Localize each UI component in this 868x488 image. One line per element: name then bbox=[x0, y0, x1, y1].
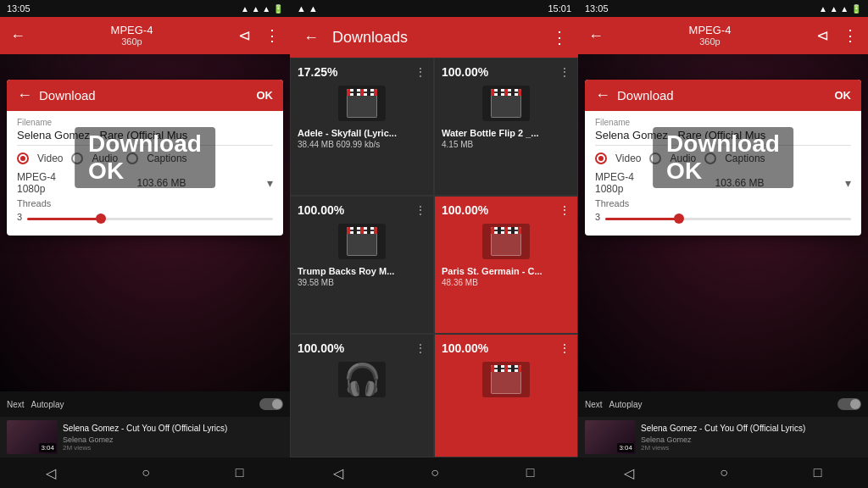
right-dialog-back[interactable]: ← bbox=[595, 86, 610, 104]
left-threads-slider[interactable] bbox=[27, 218, 273, 220]
right-video-item[interactable]: 3:04 Selena Gomez - Cut You Off (Officia… bbox=[578, 417, 868, 458]
left-status-icons: ▲ ▲ ▲ 🔋 bbox=[241, 4, 283, 14]
right-dialog-ok[interactable]: OK bbox=[835, 89, 852, 102]
left-radio-row: Video Audio Captions bbox=[17, 152, 273, 164]
download-card-5[interactable]: 100.00% ⋮ bbox=[434, 334, 578, 458]
center-back-icon[interactable]: ← bbox=[300, 25, 322, 50]
center-nav-bar: ◁ ○ □ bbox=[290, 458, 578, 488]
download-card-3[interactable]: 100.00% ⋮ Paris St. Germain - C... 48 bbox=[434, 196, 578, 334]
dl-title-1: Water Bottle Flip 2 _... bbox=[442, 128, 570, 138]
right-status-bar: 13:05 ▲ ▲ ▲ 🔋 bbox=[578, 0, 868, 17]
left-video-item[interactable]: 3:04 Selena Gomez - Cut You Off (Officia… bbox=[0, 417, 290, 458]
left-threads-label: Threads bbox=[17, 198, 273, 208]
right-phone-panel: 13:05 ▲ ▲ ▲ 🔋 ← MPEG-4 360p ⊲ ⋮ ← Downlo… bbox=[578, 0, 868, 488]
right-toolbar-title: MPEG-4 360p bbox=[614, 24, 806, 48]
headphone-icon: 🎧 bbox=[343, 362, 381, 397]
right-recent-nav[interactable]: □ bbox=[814, 465, 822, 480]
right-video-stats: 2M views bbox=[641, 444, 861, 452]
right-radio-audio[interactable] bbox=[649, 152, 661, 164]
download-card-1[interactable]: 100.00% ⋮ Water Bottle Flip 2 _... 4. bbox=[434, 58, 578, 196]
left-share-icon[interactable]: ⊲ bbox=[235, 23, 254, 48]
dl-thumb-2 bbox=[338, 224, 386, 259]
download-card-0[interactable]: 17.25% ⋮ Adele - Skyfall (Lyric... 38 bbox=[290, 58, 434, 196]
left-video-stats: 2M views bbox=[63, 444, 283, 452]
center-home-nav[interactable]: ○ bbox=[431, 465, 439, 480]
left-radio-captions[interactable] bbox=[126, 152, 138, 164]
left-filename-label: Filename bbox=[17, 118, 273, 127]
left-dialog-header: ← Download OK bbox=[7, 80, 283, 111]
dl-percent-3: 100.00% bbox=[442, 203, 488, 217]
left-dialog-body: Filename Selena Gomez - Rare (Official M… bbox=[7, 111, 283, 229]
dl-percent-4: 100.00% bbox=[298, 341, 344, 355]
dl-size-1: 4.15 MB bbox=[442, 140, 570, 149]
right-radio-video[interactable] bbox=[595, 152, 607, 164]
dl-more-3[interactable]: ⋮ bbox=[559, 203, 570, 217]
dl-more-0[interactable]: ⋮ bbox=[415, 65, 426, 79]
right-back-icon[interactable]: ← bbox=[585, 24, 607, 48]
dl-title-2: Trump Backs Roy M... bbox=[298, 266, 426, 276]
right-toolbar: ← MPEG-4 360p ⊲ ⋮ bbox=[578, 17, 868, 54]
right-status-icons: ▲ ▲ ▲ 🔋 bbox=[819, 4, 861, 14]
center-time: 15:01 bbox=[548, 3, 571, 14]
left-format-chevron[interactable]: ▾ bbox=[267, 176, 273, 190]
dl-size-0: 38.44 MB 609.99 kb/s bbox=[298, 140, 426, 149]
left-back-nav[interactable]: ◁ bbox=[46, 465, 56, 481]
dl-thumb-3 bbox=[482, 224, 530, 259]
left-phone-panel: 13:05 ▲ ▲ ▲ 🔋 ← MPEG-4 360p ⊲ ⋮ ← Downlo… bbox=[0, 0, 290, 488]
left-video-thumb: 3:04 bbox=[7, 420, 58, 454]
left-status-bar: 13:05 ▲ ▲ ▲ 🔋 bbox=[0, 0, 290, 17]
dl-title-0: Adele - Skyfall (Lyric... bbox=[298, 128, 426, 138]
dl-thumb-0 bbox=[338, 86, 386, 121]
right-filename-value: Selena Gomez - Rare (Official Mus bbox=[595, 129, 851, 146]
dl-more-5[interactable]: ⋮ bbox=[559, 341, 570, 355]
right-radio-captions[interactable] bbox=[704, 152, 716, 164]
left-radio-audio[interactable] bbox=[71, 152, 83, 164]
downloads-grid: 17.25% ⋮ Adele - Skyfall (Lyric... 38 bbox=[290, 58, 578, 458]
dl-title-3: Paris St. Germain - C... bbox=[442, 266, 570, 276]
left-more-icon[interactable]: ⋮ bbox=[261, 23, 283, 48]
dl-percent-5: 100.00% bbox=[442, 341, 488, 355]
dl-more-1[interactable]: ⋮ bbox=[559, 65, 570, 79]
right-video-thumb: 3:04 bbox=[585, 420, 636, 454]
right-home-nav[interactable]: ○ bbox=[720, 465, 728, 480]
left-radio-video[interactable] bbox=[17, 152, 29, 164]
right-format-chevron[interactable]: ▾ bbox=[845, 176, 851, 190]
left-autoplay-toggle[interactable] bbox=[259, 398, 283, 410]
left-video-channel: Selena Gomez bbox=[63, 435, 283, 444]
download-card-4[interactable]: 100.00% ⋮ 🎧 bbox=[290, 334, 434, 458]
right-threads-slider[interactable] bbox=[605, 218, 851, 220]
left-toolbar: ← MPEG-4 360p ⊲ ⋮ bbox=[0, 17, 290, 54]
left-dialog-title: Download bbox=[39, 88, 257, 103]
left-home-nav[interactable]: ○ bbox=[142, 465, 150, 480]
right-nav-bar: ◁ ○ □ bbox=[578, 458, 868, 488]
right-format-row: MPEG-4 1080p 103.66 MB ▾ bbox=[595, 171, 851, 195]
download-card-2[interactable]: 100.00% ⋮ Trump Backs Roy M... 39.58 bbox=[290, 196, 434, 334]
right-share-icon[interactable]: ⊲ bbox=[813, 23, 832, 48]
right-back-nav[interactable]: ◁ bbox=[624, 465, 634, 481]
left-recent-nav[interactable]: □ bbox=[236, 465, 244, 480]
dl-size-3: 48.36 MB bbox=[442, 278, 570, 287]
dl-more-2[interactable]: ⋮ bbox=[415, 203, 426, 217]
dl-thumb-5 bbox=[482, 362, 530, 397]
right-autoplay-toggle[interactable] bbox=[837, 398, 861, 410]
right-next-bar: Next Autoplay bbox=[578, 391, 868, 417]
left-filename-value: Selena Gomez - Rare (Official Mus bbox=[17, 129, 273, 146]
left-dialog-ok[interactable]: OK bbox=[257, 89, 274, 102]
center-title: Downloads bbox=[332, 29, 541, 47]
left-dialog-back[interactable]: ← bbox=[17, 86, 32, 104]
left-back-icon[interactable]: ← bbox=[7, 24, 29, 48]
right-dialog-body: Filename Selena Gomez - Rare (Official M… bbox=[585, 111, 861, 229]
right-more-icon[interactable]: ⋮ bbox=[839, 23, 861, 48]
center-toolbar: ← Downloads ⋮ bbox=[290, 17, 578, 58]
center-more-icon[interactable]: ⋮ bbox=[551, 27, 568, 47]
dl-thumb-4: 🎧 bbox=[338, 362, 386, 397]
center-back-nav[interactable]: ◁ bbox=[333, 465, 343, 481]
center-recent-nav[interactable]: □ bbox=[526, 465, 535, 480]
dl-percent-1: 100.00% bbox=[442, 65, 488, 79]
right-filename-label: Filename bbox=[595, 118, 851, 127]
right-dialog-title: Download bbox=[617, 88, 835, 103]
dl-more-4[interactable]: ⋮ bbox=[415, 341, 426, 355]
right-video-bg: ← Download OK Filename Selena Gomez - Ra… bbox=[578, 54, 868, 391]
right-time: 13:05 bbox=[585, 3, 609, 14]
left-toolbar-title: MPEG-4 360p bbox=[36, 24, 228, 48]
